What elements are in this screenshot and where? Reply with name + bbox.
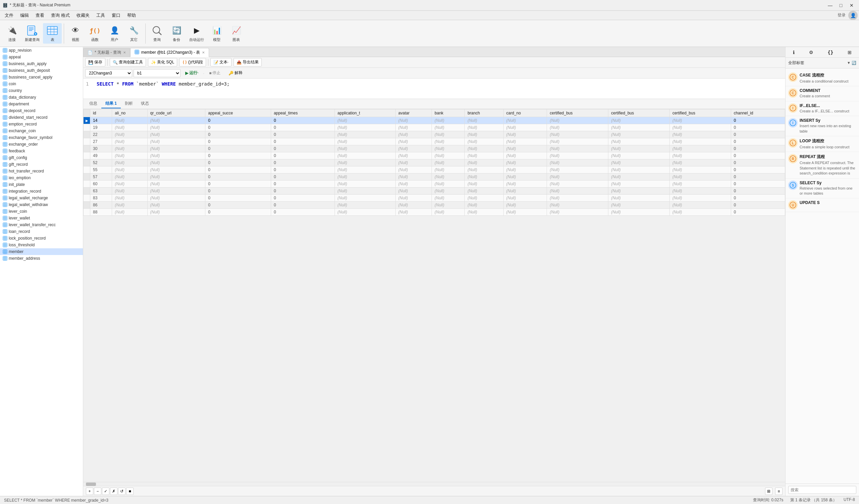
sidebar-item-loan-record[interactable]: loan_record [0,228,83,235]
brackets-icon[interactable]: {} [828,50,833,55]
col-branch[interactable]: branch [465,109,503,117]
code-editor[interactable]: 1 SELECT * FROM `member` WHERE member_gr… [83,78,785,98]
sidebar-item-coin[interactable]: coin [0,80,83,87]
snippet-item[interactable]: I INSERT Sy Insert new rows into an exis… [785,116,859,136]
search-input[interactable] [788,486,856,494]
toolbar-other[interactable]: 🔧 其它 [124,23,143,44]
col-certified-3[interactable]: certified_bus [669,109,731,117]
sidebar-item-legal-withdraw[interactable]: legal_wallet_withdraw [0,201,83,208]
sidebar-item-gift-record[interactable]: gift_record [0,161,83,168]
table-row[interactable]: 19(Null)(Null)00(Null)(Null)(Null)(Null)… [84,124,785,131]
col-avatar[interactable]: avatar [396,109,432,117]
sidebar-item-integration[interactable]: integration_record [0,188,83,195]
scrollbar-thumb[interactable] [86,483,96,486]
sidebar-item-ieo-emption[interactable]: ieo_emption [0,174,83,181]
sidebar-item-business-auth-apply[interactable]: business_auth_apply [0,60,83,67]
sidebar-item-feedback[interactable]: feedback [0,148,83,154]
toolbar-autorun[interactable]: ▶ 自动运行 [186,23,207,44]
table-row[interactable]: 22(Null)(Null)00(Null)(Null)(Null)(Null)… [84,131,785,138]
tag-dropdown[interactable]: ▼ 🔄 [847,61,856,65]
menu-query-format[interactable]: 查询 格式 [48,11,73,20]
user-avatar[interactable]: 👤 [848,11,858,20]
sidebar-item-lock-position[interactable]: lock_position_record [0,235,83,242]
toolbar-model[interactable]: 📊 模型 [207,23,226,44]
col-appeal-times[interactable]: appeal_times [271,109,334,117]
menu-window[interactable]: 窗口 [108,11,124,20]
menu-file[interactable]: 文件 [1,11,17,20]
table-view-icon[interactable]: ⊞ [848,50,852,55]
explain-button[interactable]: 🔑 解释 [225,69,246,77]
sidebar-item-hot-transfer[interactable]: hot_transfer_record [0,168,83,174]
table-row[interactable]: 86(Null)(Null)00(Null)(Null)(Null)(Null)… [84,202,785,209]
menu-favorites[interactable]: 收藏夹 [73,11,93,20]
beautify-button[interactable]: ✨ 美化 SQL [148,58,177,66]
sidebar-item-business-auth-deposit[interactable]: business_auth_deposit [0,67,83,74]
snippet-item[interactable]: U UPDATE S [785,198,859,212]
snippet-item[interactable]: C CASE 流程控 Create a conditional construc… [785,71,859,86]
data-table-wrapper[interactable]: id ali_no qr_code_url appeal_succe appea… [83,109,785,482]
table-row[interactable]: 63(Null)(Null)00(Null)(Null)(Null)(Null)… [84,187,785,195]
save-button[interactable]: 💾 保存 [85,58,105,66]
sidebar-item-lever-wallet-transfer[interactable]: lever_wallet_transfer_recc [0,222,83,228]
table-row[interactable]: 52(Null)(Null)00(Null)(Null)(Null)(Null)… [84,159,785,166]
col-card-no[interactable]: card_no [503,109,547,117]
menu-tools[interactable]: 工具 [93,11,108,20]
discard-button[interactable]: ✗ [110,488,118,495]
sidebar-item-member-address[interactable]: member_address [0,255,83,262]
toolbar-query[interactable]: 查询 [148,23,166,44]
sidebar-item-exchange-favor[interactable]: exchange_favor_symbol [0,134,83,141]
connection-select[interactable]: 22Changan3 [85,69,132,77]
col-application-t[interactable]: application_t [334,109,395,117]
snippet-item[interactable]: I IF...ELSE... Create a IF...ELSE... con… [785,101,859,116]
apply-button[interactable]: ✓ [102,488,109,495]
login-button[interactable]: 登录 [838,12,848,18]
table-row[interactable]: 60(Null)(Null)00(Null)(Null)(Null)(Null)… [84,181,785,187]
sidebar-item-gift-config[interactable]: gift_config [0,154,83,161]
result-tab-profile[interactable]: 剖析 [121,99,137,108]
col-bank[interactable]: bank [432,109,465,117]
settings-icon[interactable]: ⚙ [809,50,813,55]
sidebar-item-department[interactable]: department [0,101,83,107]
col-certified-1[interactable]: certified_bus [547,109,608,117]
sidebar-item-deposit-record[interactable]: deposit_record [0,107,83,114]
grid-view-button[interactable]: ⊞ [765,488,772,495]
toolbar-chart[interactable]: 📈 图表 [227,23,246,44]
toolbar-view[interactable]: 👁 视图 [66,23,85,44]
add-row-button[interactable]: + [86,488,93,495]
result-tab-info[interactable]: 信息 [85,99,101,108]
table-tab-close[interactable]: ✕ [202,51,205,55]
sidebar-item-exchange-order[interactable]: exchange_order [0,141,83,148]
sidebar-item-lever-wallet[interactable]: lever_wallet [0,215,83,222]
sidebar-item-appeal[interactable]: appeal [0,54,83,60]
database-select[interactable]: b1 [134,69,181,77]
toolbar-connect[interactable]: 🔌 连接 [3,23,21,44]
query-tab-close[interactable]: ✕ [123,51,126,55]
table-row[interactable]: 57(Null)(Null)00(Null)(Null)(Null)(Null)… [84,173,785,181]
table-row[interactable]: 55(Null)(Null)00(Null)(Null)(Null)(Null)… [84,166,785,173]
maximize-button[interactable]: □ [836,2,846,9]
horizontal-scrollbar[interactable] [83,482,785,486]
col-appeal-succe[interactable]: appeal_succe [205,109,271,117]
menu-view[interactable]: 查看 [32,11,48,20]
sidebar-item-data-dictionary[interactable]: data_dictionary [0,94,83,101]
table-row[interactable]: 30(Null)(Null)00(Null)(Null)(Null)(Null)… [84,145,785,152]
run-button[interactable]: ▶ 运行· [182,69,202,77]
sidebar-item-init-plate[interactable]: init_plate [0,181,83,188]
toolbar-user[interactable]: 👤 用户 [105,23,124,44]
sidebar-item-legal-recharge[interactable]: legal_wallet_recharge [0,195,83,201]
close-button[interactable]: ✕ [847,2,856,9]
col-qr-code[interactable]: qr_code_url [147,109,205,117]
sidebar-item-loss-threshold[interactable]: loss_threshold [0,242,83,248]
delete-row-button[interactable]: − [94,488,101,495]
tab-query[interactable]: 📄 * 无标题 - 查询 ✕ [83,48,130,57]
menu-help[interactable]: 帮助 [124,11,139,20]
toolbar-new-query[interactable]: 新建查询 [22,23,42,44]
menu-edit[interactable]: 编辑 [17,11,32,20]
table-row[interactable]: 88(Null)(Null)00(Null)(Null)(Null)(Null)… [84,209,785,216]
sidebar-item-country[interactable]: country [0,87,83,94]
toolbar-backup[interactable]: 🔄 备份 [167,23,186,44]
table-row[interactable]: 49(Null)(Null)00(Null)(Null)(Null)(Null)… [84,152,785,159]
sidebar-item-member[interactable]: member [0,248,83,255]
tab-member-table[interactable]: member @b1 (22Changan3) - 表 ✕ [130,48,209,57]
code-snippet-button[interactable]: () ()代码段 [179,58,206,66]
